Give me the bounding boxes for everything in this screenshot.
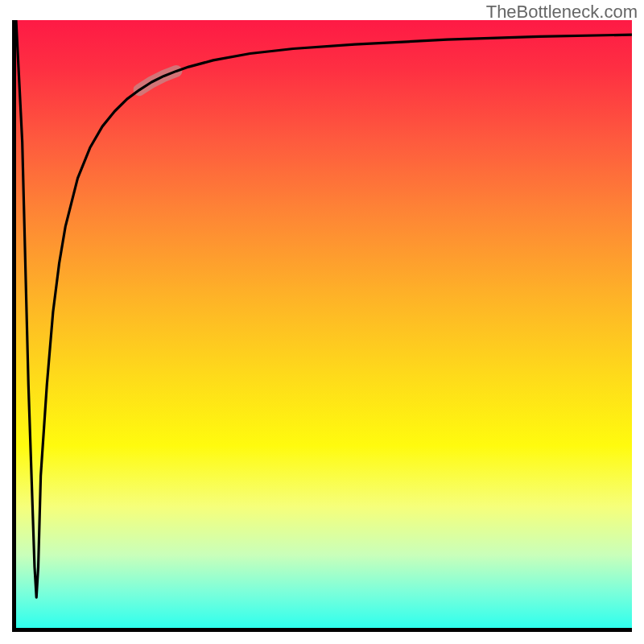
bottleneck-curve [16, 20, 632, 597]
chart-container: TheBottleneck.com [0, 0, 644, 644]
curve-layer [16, 20, 632, 628]
plot-area [12, 20, 632, 632]
